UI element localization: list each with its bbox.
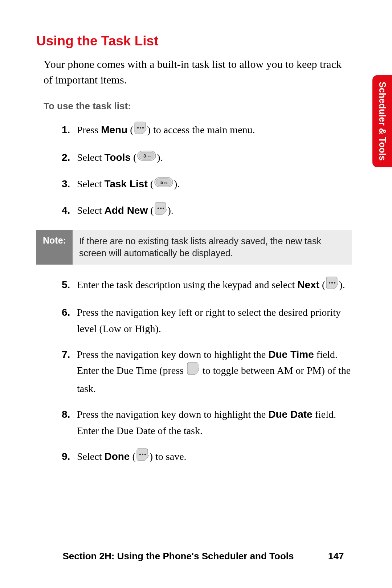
step-5: 5. Enter the task description using the … bbox=[62, 277, 352, 295]
step-text: Select Add New (). bbox=[77, 203, 352, 221]
svg-point-15 bbox=[331, 282, 333, 283]
text-fragment: ) to save. bbox=[150, 451, 187, 462]
page-number: 147 bbox=[322, 551, 344, 562]
step-number: 7. bbox=[62, 347, 77, 363]
text-fragment: ( bbox=[148, 178, 154, 189]
softkey-dots-icon bbox=[155, 202, 167, 220]
step-text: Select Done () to save. bbox=[77, 449, 352, 467]
text-fragment: ( bbox=[319, 279, 325, 291]
text-fragment: ( bbox=[131, 152, 136, 163]
text-fragment: Press the navigation key down to highlig… bbox=[77, 349, 268, 360]
step-number: 3. bbox=[62, 176, 77, 192]
svg-point-13 bbox=[162, 208, 164, 209]
step-text: Press the navigation key left or right t… bbox=[77, 305, 352, 337]
text-fragment: Press the navigation key down to highlig… bbox=[77, 409, 268, 420]
text-fragment: Select bbox=[77, 152, 104, 163]
footer-section: Section 2H: Using the Phone's Scheduler … bbox=[62, 551, 294, 562]
step-4: 4. Select Add New (). bbox=[62, 203, 352, 221]
svg-text:5: 5 bbox=[160, 180, 163, 185]
svg-point-16 bbox=[334, 282, 335, 283]
text-fragment: Enter the task description using the key… bbox=[77, 279, 297, 291]
svg-point-14 bbox=[329, 282, 330, 283]
page-footer: Section 2H: Using the Phone's Scheduler … bbox=[0, 551, 392, 562]
step-number: 9. bbox=[62, 449, 77, 465]
step-text: Select Tools (3DEF). bbox=[77, 150, 352, 167]
svg-point-1 bbox=[139, 127, 141, 128]
bold-term: Task List bbox=[104, 178, 147, 189]
page-heading: Using the Task List bbox=[36, 33, 352, 49]
text-fragment: ). bbox=[157, 152, 163, 163]
step-number: 6. bbox=[62, 305, 77, 321]
note-text: If there are no existing task lists alre… bbox=[73, 230, 352, 265]
side-tab-label: Scheduler & Tools bbox=[377, 82, 388, 161]
text-fragment: ). bbox=[174, 178, 180, 189]
bold-term: Due Date bbox=[268, 409, 312, 420]
text-fragment: ) to access the main menu. bbox=[147, 124, 255, 136]
bold-term: Tools bbox=[104, 152, 131, 163]
bold-term: Add New bbox=[104, 205, 148, 216]
text-fragment: ( bbox=[148, 205, 154, 216]
svg-point-11 bbox=[157, 208, 159, 209]
step-text: Press the navigation key down to highlig… bbox=[77, 407, 352, 439]
keycap-3-icon: 3DEF bbox=[137, 150, 156, 166]
step-number: 8. bbox=[62, 407, 77, 423]
text-fragment: ( bbox=[130, 451, 135, 462]
step-1: 1. Press Menu () to access the main menu… bbox=[62, 122, 352, 140]
svg-text:JKL: JKL bbox=[164, 182, 168, 184]
step-text: Enter the task description using the key… bbox=[77, 277, 352, 295]
text-fragment: Press bbox=[77, 124, 101, 136]
svg-point-17 bbox=[139, 453, 141, 455]
softkey-dots-icon bbox=[136, 448, 149, 466]
svg-point-19 bbox=[144, 453, 146, 455]
svg-text:3: 3 bbox=[143, 153, 146, 159]
bold-term: Done bbox=[104, 451, 130, 462]
text-fragment: ( bbox=[127, 124, 133, 136]
step-7: 7. Press the navigation key down to high… bbox=[62, 347, 352, 397]
side-tab: Scheduler & Tools bbox=[372, 75, 392, 167]
bold-term: Next bbox=[297, 279, 319, 291]
svg-point-2 bbox=[142, 127, 143, 128]
step-6: 6. Press the navigation key left or righ… bbox=[62, 305, 352, 337]
step-number: 2. bbox=[62, 150, 77, 166]
keycap-5-icon: 5JKL bbox=[154, 176, 173, 192]
step-number: 4. bbox=[62, 203, 77, 219]
step-text: Press the navigation key down to highlig… bbox=[77, 347, 352, 397]
svg-text:DEF: DEF bbox=[147, 155, 151, 158]
step-2: 2. Select Tools (3DEF). bbox=[62, 150, 352, 167]
step-9: 9. Select Done () to save. bbox=[62, 449, 352, 467]
intro-paragraph: Your phone comes with a built-in task li… bbox=[36, 57, 352, 87]
softkey-dots-icon bbox=[326, 276, 338, 294]
softkey-dots-icon bbox=[134, 121, 147, 139]
text-fragment: Select bbox=[77, 451, 104, 462]
softkey-plain-icon bbox=[187, 362, 199, 380]
text-fragment: ). bbox=[168, 205, 173, 216]
svg-point-0 bbox=[137, 127, 138, 128]
text-fragment: ). bbox=[339, 279, 345, 291]
svg-point-18 bbox=[142, 453, 143, 455]
svg-point-12 bbox=[160, 208, 161, 209]
bold-term: Menu bbox=[101, 124, 127, 136]
text-fragment: Select bbox=[77, 178, 104, 189]
bold-term: Due Time bbox=[268, 349, 314, 360]
step-text: Select Task List (5JKL). bbox=[77, 176, 352, 193]
note-label: Note: bbox=[36, 230, 73, 265]
text-fragment: Select bbox=[77, 205, 104, 216]
step-number: 5. bbox=[62, 277, 77, 293]
subheading: To use the task list: bbox=[36, 101, 352, 112]
step-3: 3. Select Task List (5JKL). bbox=[62, 176, 352, 193]
step-8: 8. Press the navigation key down to high… bbox=[62, 407, 352, 439]
note-box: Note: If there are no existing task list… bbox=[36, 230, 352, 265]
step-text: Press Menu () to access the main menu. bbox=[77, 122, 352, 140]
step-number: 1. bbox=[62, 122, 77, 138]
